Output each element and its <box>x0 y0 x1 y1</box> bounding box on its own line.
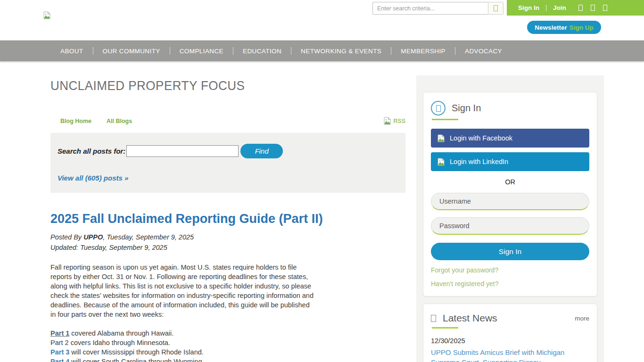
social-icon-2[interactable] <box>591 5 595 11</box>
username-field[interactable] <box>431 193 589 210</box>
sign-in-lock-icon <box>431 101 446 115</box>
main-nav: ABOUT OUR COMMUNITY COMPLIANCE EDUCATION… <box>0 41 644 61</box>
register-link[interactable]: Haven't registered yet? <box>431 280 589 288</box>
nav-item-education[interactable]: EDUCATION <box>233 48 291 55</box>
divider <box>546 5 546 11</box>
find-button[interactable]: Find <box>240 144 283 158</box>
post-updated: Updated: Tuesday, September 9, 2025 <box>50 244 405 251</box>
part-line-2: Part 2 covers Idaho through Minnesota. <box>50 338 405 347</box>
linkedin-broken-image-icon <box>438 158 445 166</box>
sign-in-link[interactable]: Sign In <box>518 4 539 11</box>
post-date: , Tuesday, September 9, 2025 <box>103 233 194 241</box>
account-bar: Sign In Join <box>507 0 644 16</box>
social-icons <box>578 5 607 11</box>
social-icon-1[interactable] <box>578 5 583 11</box>
blog-links-row: Blog Home All Blogs RSS <box>50 117 405 125</box>
news-icon <box>431 315 436 322</box>
news-item-link[interactable]: UPPO Submits Amicus Brief with Michigan … <box>431 347 586 362</box>
all-blogs-link[interactable]: All Blogs <box>107 118 132 124</box>
post-parts-list: Part 1 covered Alabama through Hawaii. P… <box>50 329 405 362</box>
accent-underline <box>432 119 458 120</box>
rss-label: RSS <box>393 118 405 124</box>
blog-search-section: Search all posts for: Find View all (605… <box>50 133 405 193</box>
header-search <box>372 2 504 15</box>
sign-in-card-title: Sign In <box>452 103 481 114</box>
post-author: UPPO <box>83 233 103 241</box>
password-field[interactable] <box>431 217 589 235</box>
missing-glyph-icon <box>436 105 441 112</box>
part-3-link[interactable]: Part 3 <box>50 348 69 356</box>
rss-link[interactable]: RSS <box>384 117 405 125</box>
login-facebook-label: Login with Facebook <box>450 134 512 142</box>
latest-news-card: Latest News more 12/30/2025 UPPO Submits… <box>423 304 597 362</box>
blog-search-input[interactable] <box>126 145 239 157</box>
search-icon <box>494 5 498 11</box>
join-link[interactable]: Join <box>553 4 566 11</box>
social-icon-3[interactable] <box>603 5 607 11</box>
part-3-text: will cover Mississippi through Rhode Isl… <box>69 348 204 356</box>
login-linkedin-button[interactable]: Login with LinkedIn <box>431 152 589 171</box>
page-title: UNCLAIMED PROPERTY FOCUS <box>50 78 380 93</box>
rss-broken-image-icon <box>384 117 391 125</box>
nav-item-compliance[interactable]: COMPLIANCE <box>170 48 233 55</box>
news-more-link[interactable]: more <box>575 315 589 322</box>
blog-post: 2025 Fall Unclaimed Reporting Guide (Par… <box>50 212 405 362</box>
facebook-broken-image-icon <box>438 134 445 142</box>
latest-news-title: Latest News <box>443 313 497 324</box>
site-logo-broken-image-icon[interactable] <box>43 11 50 21</box>
news-item-date: 12/30/2025 <box>431 337 589 345</box>
newsletter-action: Sign Up <box>570 24 594 31</box>
post-title[interactable]: 2025 Fall Unclaimed Reporting Guide (Par… <box>50 212 405 226</box>
part-4-text: will cover South Carolina through Wyomin… <box>69 358 204 362</box>
forgot-password-link[interactable]: Forgot your password? <box>431 266 589 274</box>
nav-item-membership[interactable]: MEMBERSHIP <box>391 48 455 55</box>
nav-item-about[interactable]: ABOUT <box>51 48 93 55</box>
login-facebook-button[interactable]: Login with Facebook <box>431 129 589 148</box>
blog-home-link[interactable]: Blog Home <box>60 118 91 124</box>
or-separator: OR <box>431 178 589 186</box>
header-search-input[interactable] <box>372 2 488 15</box>
part-2-label: Part 2 <box>50 339 69 346</box>
header-search-button[interactable] <box>488 2 504 15</box>
view-all-posts-link[interactable]: View all (605) posts » <box>58 174 128 182</box>
post-byline: Posted By UPPO, Tuesday, September 9, 20… <box>50 233 405 241</box>
site-header: Sign In Join Newsletter Sign Up <box>0 0 644 41</box>
nav-item-advocacy[interactable]: ADVOCACY <box>455 48 512 55</box>
accent-underline <box>432 327 458 329</box>
part-line-1: Part 1 covered Alabama through Hawaii. <box>50 329 405 338</box>
part-line-3: Part 3 will cover Mississippi through Rh… <box>50 347 405 357</box>
sign-in-card: Sign In Login with Facebook Login with L… <box>423 92 597 296</box>
part-4-link[interactable]: Part 4 <box>50 358 69 362</box>
part-line-4: Part 4 will cover South Carolina through… <box>50 357 405 362</box>
main-content: UNCLAIMED PROPERTY FOCUS Blog Home All B… <box>50 78 405 362</box>
part-1-link[interactable]: Part 1 <box>50 329 69 337</box>
sidebar: Sign In Login with Facebook Login with L… <box>416 75 604 362</box>
login-linkedin-label: Login with LinkedIn <box>450 158 508 165</box>
nav-item-networking-events[interactable]: NETWORKING & EVENTS <box>291 48 391 55</box>
part-2-text: covers Idaho through Minnesota. <box>69 339 170 346</box>
blog-search-label: Search all posts for: <box>58 147 125 155</box>
nav-item-our-community[interactable]: OUR COMMUNITY <box>93 48 170 55</box>
sign-in-submit-button[interactable]: Sign In <box>431 243 589 260</box>
post-body: Fall reporting season is upon us yet aga… <box>50 263 317 319</box>
posted-by-prefix: Posted By <box>50 233 83 241</box>
part-1-text: covered Alabama through Hawaii. <box>69 329 173 337</box>
newsletter-label: Newsletter <box>535 24 567 31</box>
newsletter-signup-button[interactable]: Newsletter Sign Up <box>527 21 601 34</box>
